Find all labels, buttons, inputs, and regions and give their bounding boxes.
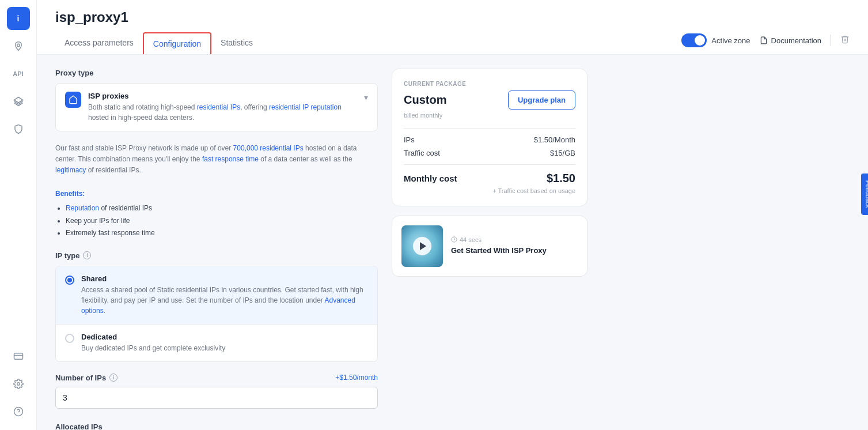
documentation-link[interactable]: Documentation	[760, 36, 821, 45]
sidebar-icon-help[interactable]	[7, 400, 30, 423]
monthly-cost-label: Monthly cost	[404, 173, 457, 183]
video-info: 44 secs Get Started With ISP Proxy	[451, 236, 578, 256]
benefit-item: Keep your IPs for life	[66, 215, 378, 228]
benefits-title: Benefits:	[55, 188, 378, 201]
tab-statistics[interactable]: Statistics	[211, 32, 262, 54]
tab-access-parameters[interactable]: Access parameters	[55, 32, 143, 54]
traffic-note: + Traffic cost based on usage	[404, 187, 575, 194]
sidebar-icon-api[interactable]: API	[7, 62, 30, 85]
sidebar-icon-layers[interactable]	[7, 90, 30, 113]
proxy-icon	[65, 92, 81, 108]
video-duration: 44 secs	[451, 236, 578, 243]
monthly-cost-row: Monthly cost $1.50	[404, 172, 575, 185]
svg-rect-2	[14, 353, 22, 360]
main-content: isp_proxy1 Access parameters Configurati…	[37, 0, 868, 430]
sidebar-icon-card[interactable]	[7, 345, 30, 368]
upgrade-plan-button[interactable]: Upgrade plan	[508, 90, 575, 110]
tabs-row: Access parameters Configuration Statisti…	[55, 32, 850, 54]
proxy-type-title: Proxy type	[55, 69, 378, 77]
package-divider-2	[404, 164, 575, 165]
ip-type-header: IP type i	[55, 251, 378, 260]
sidebar-icon-location[interactable]	[7, 35, 30, 58]
monthly-cost-value: $1.50	[547, 172, 575, 185]
package-header: Custom Upgrade plan	[404, 90, 575, 110]
ip-option-dedicated-title: Dedicated	[81, 333, 225, 341]
billed-label: billed monthly	[404, 112, 575, 119]
ip-type-info-icon[interactable]: i	[83, 251, 91, 259]
right-panel: CURRENT PACKAGE Custom Upgrade plan bill…	[392, 69, 587, 416]
package-name: Custom	[404, 93, 446, 107]
traffic-label: Traffic cost	[404, 149, 440, 157]
proxy-type-section: Proxy type ISP proxies Both static and r…	[55, 69, 378, 131]
sidebar-icon-settings[interactable]	[7, 372, 30, 395]
video-title: Get Started With ISP Proxy	[451, 246, 578, 256]
number-ips-input[interactable]	[55, 387, 378, 409]
number-ips-section: Number of IPs i +$1.50/month	[55, 374, 378, 409]
clock-icon	[451, 236, 457, 243]
ip-option-shared-title: Shared	[81, 274, 368, 283]
active-zone-label: Active zone	[711, 36, 750, 45]
active-zone-toggle-container: Active zone	[681, 33, 750, 47]
ip-option-shared-desc: Access a shared pool of Static residenti…	[81, 285, 368, 316]
proxy-type-name: ISP proxies	[88, 92, 364, 100]
radio-shared[interactable]	[65, 276, 74, 285]
benefit-item: Reputation of residential IPs	[66, 202, 378, 215]
ip-option-dedicated-desc: Buy dedicated IPs and get complete exclu…	[81, 343, 225, 353]
traffic-value: $15/GB	[550, 149, 575, 157]
video-thumbnail	[401, 225, 443, 267]
left-panel: Proxy type ISP proxies Both static and r…	[55, 69, 378, 416]
tab-configuration[interactable]: Configuration	[143, 32, 211, 54]
proxy-type-desc: Both static and rotating high-speed resi…	[88, 102, 364, 123]
sidebar: i API	[0, 0, 37, 430]
pricing-row-traffic: Traffic cost $15/GB	[404, 149, 575, 157]
pricing-row-ips: IPs $1.50/Month	[404, 135, 575, 144]
active-zone-toggle[interactable]	[681, 33, 707, 47]
proxy-type-card[interactable]: ISP proxies Both static and rotating hig…	[55, 83, 378, 131]
header-actions: Active zone Documentation	[681, 33, 850, 53]
delete-button[interactable]	[840, 35, 850, 46]
page-title: isp_proxy1	[55, 9, 850, 25]
number-ips-header: Number of IPs i +$1.50/month	[55, 374, 378, 382]
svg-point-4	[17, 383, 20, 386]
ip-option-dedicated[interactable]: Dedicated Buy dedicated IPs and get comp…	[56, 325, 377, 361]
feedback-tab[interactable]: Feedback	[861, 173, 868, 215]
chevron-down-icon: ▾	[364, 93, 368, 102]
package-card: CURRENT PACKAGE Custom Upgrade plan bill…	[392, 69, 587, 206]
proxy-info-text: Our fast and stable ISP Proxy network is…	[55, 143, 378, 176]
sidebar-icon-shield[interactable]	[7, 118, 30, 141]
benefits-list: Reputation of residential IPs Keep your …	[55, 202, 378, 240]
play-triangle-icon	[420, 242, 426, 250]
ips-label: IPs	[404, 135, 415, 144]
benefit-item: Extremely fast response time	[66, 227, 378, 240]
page-header: isp_proxy1 Access parameters Configurati…	[37, 0, 868, 55]
price-per-month: +$1.50/month	[335, 374, 378, 382]
ip-type-section: IP type i Shared Access a shared pool of…	[55, 251, 378, 362]
video-card[interactable]: 44 secs Get Started With ISP Proxy	[392, 216, 587, 277]
sidebar-icon-info[interactable]: i	[7, 7, 30, 30]
package-divider	[404, 128, 575, 129]
allocated-ips-title: Allocated IPs	[55, 423, 378, 430]
ip-option-shared[interactable]: Shared Access a shared pool of Static re…	[56, 266, 377, 325]
ip-type-card: Shared Access a shared pool of Static re…	[55, 266, 378, 362]
number-ips-title: Number of IPs i	[55, 374, 117, 382]
ips-value: $1.50/Month	[534, 135, 575, 144]
header-divider	[831, 35, 831, 46]
radio-dedicated[interactable]	[65, 334, 74, 343]
number-ips-info-icon[interactable]: i	[109, 374, 117, 382]
svg-point-0	[17, 44, 20, 47]
allocated-ips-section: Allocated IPs Download IPs list Show all…	[55, 423, 378, 430]
current-package-label: CURRENT PACKAGE	[404, 81, 575, 87]
body-area: Proxy type ISP proxies Both static and r…	[37, 55, 868, 430]
play-button[interactable]	[413, 237, 431, 255]
benefits-section: Benefits: Reputation of residential IPs …	[55, 188, 378, 240]
